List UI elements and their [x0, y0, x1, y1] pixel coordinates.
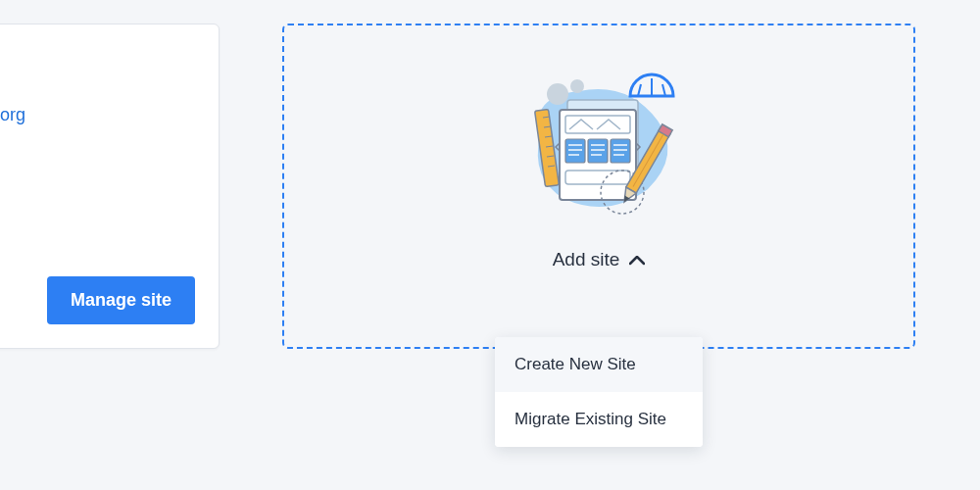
add-site-dropdown-toggle[interactable]: Add site [553, 249, 646, 270]
existing-site-card: g.org Manage site [0, 24, 220, 349]
migrate-existing-site-option[interactable]: Migrate Existing Site [495, 392, 703, 447]
svg-line-2 [638, 84, 641, 96]
svg-rect-17 [611, 139, 630, 163]
add-site-card[interactable]: Add site Create New Site Migrate Existin… [282, 24, 915, 349]
manage-site-button[interactable]: Manage site [47, 276, 195, 324]
svg-rect-15 [565, 139, 585, 163]
add-site-label: Add site [553, 249, 620, 270]
svg-rect-16 [588, 139, 608, 163]
add-site-dropdown-menu: Create New Site Migrate Existing Site [495, 337, 703, 447]
site-domain-link[interactable]: g.org [0, 105, 25, 125]
svg-line-4 [662, 84, 665, 96]
create-new-site-option[interactable]: Create New Site [495, 337, 703, 392]
svg-point-1 [570, 79, 584, 93]
chevron-up-icon [629, 249, 645, 270]
svg-point-0 [547, 83, 568, 105]
site-builder-illustration [511, 67, 687, 223]
